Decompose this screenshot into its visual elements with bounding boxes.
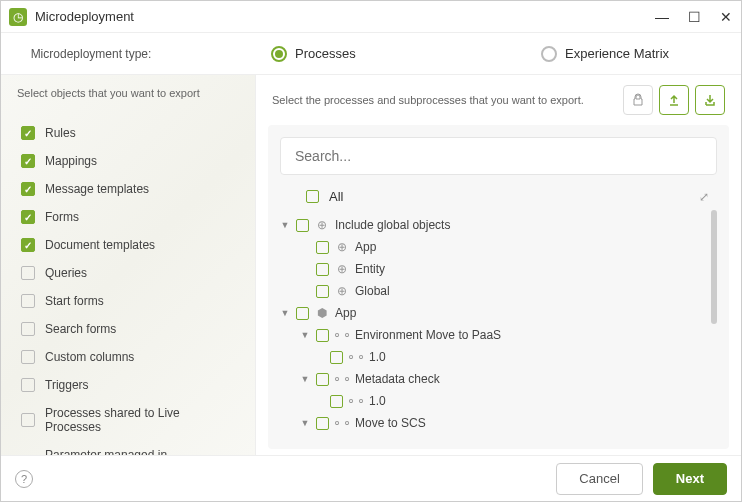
globe-icon: ⊕ <box>335 262 349 276</box>
object-item[interactable]: Message templates <box>1 175 255 203</box>
object-label: Message templates <box>45 182 149 196</box>
object-checkbox[interactable] <box>21 238 35 252</box>
cancel-button[interactable]: Cancel <box>556 463 642 495</box>
tree: ▼ ⊕ Include global objects ⊕ App <box>280 210 717 437</box>
object-checkbox[interactable] <box>21 126 35 140</box>
process-icon: ⚬⚬ <box>349 350 363 364</box>
right-body: All ⤢ ▼ ⊕ Include global objects <box>268 125 729 449</box>
tree-container: ▼ ⊕ Include global objects ⊕ App <box>280 210 717 437</box>
help-button[interactable]: ? <box>15 470 33 488</box>
object-item[interactable]: Forms <box>1 203 255 231</box>
tree-row-entity[interactable]: ⊕ Entity <box>280 258 717 280</box>
object-label: Start forms <box>45 294 104 308</box>
process-icon: ⚬⚬ <box>349 394 363 408</box>
titlebar: ◷ Microdeployment — ☐ ✕ <box>1 1 741 33</box>
object-item[interactable]: Mappings <box>1 147 255 175</box>
window-controls: — ☐ ✕ <box>655 10 733 24</box>
object-label: Search forms <box>45 322 116 336</box>
object-item[interactable]: Search forms <box>1 315 255 343</box>
object-checkbox[interactable] <box>21 294 35 308</box>
tree-label: 1.0 <box>369 350 386 364</box>
radio-experience-label: Experience Matrix <box>565 46 669 61</box>
hexagon-icon: ⬢ <box>315 306 329 320</box>
left-header: Select objects that you want to export <box>1 75 255 111</box>
tree-checkbox[interactable] <box>316 329 329 342</box>
lock-button[interactable] <box>623 85 653 115</box>
import-button[interactable] <box>695 85 725 115</box>
object-checkbox[interactable] <box>21 266 35 280</box>
all-label: All <box>329 189 343 204</box>
object-checkbox[interactable] <box>21 350 35 364</box>
tree-checkbox[interactable] <box>316 373 329 386</box>
process-icon: ⚬⚬ <box>335 416 349 430</box>
tree-row-app[interactable]: ⊕ App <box>280 236 717 258</box>
search-input[interactable] <box>280 137 717 175</box>
globe-icon: ⊕ <box>315 218 329 232</box>
type-label: Microdeployment type: <box>1 47 181 61</box>
chevron-down-icon[interactable]: ▼ <box>300 418 310 428</box>
tree-row-process-2[interactable]: ▼ ⚬⚬ Metadata check <box>280 368 717 390</box>
expand-collapse-icon[interactable]: ⤢ <box>699 190 709 204</box>
object-label: Parameter managed in development <box>45 448 235 455</box>
object-item[interactable]: Triggers <box>1 371 255 399</box>
object-label: Queries <box>45 266 87 280</box>
object-label: Document templates <box>45 238 155 252</box>
object-item[interactable]: Parameter managed in development <box>1 441 255 455</box>
tree-label: Move to SCS <box>355 416 426 430</box>
tree-row-process-1[interactable]: ▼ ⚬⚬ Environment Move to PaaS <box>280 324 717 346</box>
tree-row-version[interactable]: ⚬⚬ 1.0 <box>280 390 717 412</box>
object-item[interactable]: Custom columns <box>1 343 255 371</box>
object-item[interactable]: Start forms <box>1 287 255 315</box>
object-checkbox[interactable] <box>21 154 35 168</box>
tree-row-version[interactable]: ⚬⚬ 1.0 <box>280 434 717 437</box>
tree-checkbox[interactable] <box>330 395 343 408</box>
tree-label: 1.0 <box>369 394 386 408</box>
process-icon: ⚬⚬ <box>335 328 349 342</box>
object-item[interactable]: Document templates <box>1 231 255 259</box>
maximize-button[interactable]: ☐ <box>687 10 701 24</box>
minimize-button[interactable]: — <box>655 10 669 24</box>
chevron-down-icon[interactable]: ▼ <box>300 330 310 340</box>
all-checkbox[interactable] <box>306 190 319 203</box>
object-checkbox[interactable] <box>21 413 35 427</box>
tree-row-version[interactable]: ⚬⚬ 1.0 <box>280 346 717 368</box>
tree-row-include-global[interactable]: ▼ ⊕ Include global objects <box>280 214 717 236</box>
next-button[interactable]: Next <box>653 463 727 495</box>
object-checkbox[interactable] <box>21 322 35 336</box>
tree-label: Entity <box>355 262 385 276</box>
chevron-down-icon[interactable]: ▼ <box>300 374 310 384</box>
close-button[interactable]: ✕ <box>719 10 733 24</box>
object-checkbox[interactable] <box>21 378 35 392</box>
object-label: Custom columns <box>45 350 134 364</box>
tree-checkbox[interactable] <box>316 241 329 254</box>
tree-row-process-3[interactable]: ▼ ⚬⚬ Move to SCS <box>280 412 717 434</box>
object-checkbox[interactable] <box>21 210 35 224</box>
object-list: RulesMappingsMessage templatesFormsDocum… <box>1 111 255 455</box>
tree-checkbox[interactable] <box>316 285 329 298</box>
object-item[interactable]: Processes shared to Live Processes <box>1 399 255 441</box>
scrollbar[interactable] <box>711 210 717 324</box>
tree-checkbox[interactable] <box>316 263 329 276</box>
content: Select objects that you want to export R… <box>1 75 741 455</box>
object-item[interactable]: Rules <box>1 119 255 147</box>
globe-icon: ⊕ <box>335 284 349 298</box>
radio-experience[interactable]: Experience Matrix <box>541 46 741 62</box>
tree-checkbox[interactable] <box>316 417 329 430</box>
chevron-down-icon[interactable]: ▼ <box>280 308 290 318</box>
footer: ? Cancel Next <box>1 455 741 501</box>
tree-row-app-node[interactable]: ▼ ⬢ App <box>280 302 717 324</box>
object-label: Triggers <box>45 378 89 392</box>
chevron-down-icon[interactable]: ▼ <box>280 220 290 230</box>
object-item[interactable]: Queries <box>1 259 255 287</box>
object-checkbox[interactable] <box>21 182 35 196</box>
tree-checkbox[interactable] <box>296 219 309 232</box>
lock-icon <box>631 93 645 107</box>
all-row: All ⤢ <box>280 183 717 210</box>
tree-checkbox[interactable] <box>330 351 343 364</box>
tree-row-global[interactable]: ⊕ Global <box>280 280 717 302</box>
tree-checkbox[interactable] <box>296 307 309 320</box>
radio-processes[interactable]: Processes <box>271 46 471 62</box>
tree-label: App <box>335 306 356 320</box>
right-header-text: Select the processes and subprocesses th… <box>272 94 617 106</box>
export-button[interactable] <box>659 85 689 115</box>
